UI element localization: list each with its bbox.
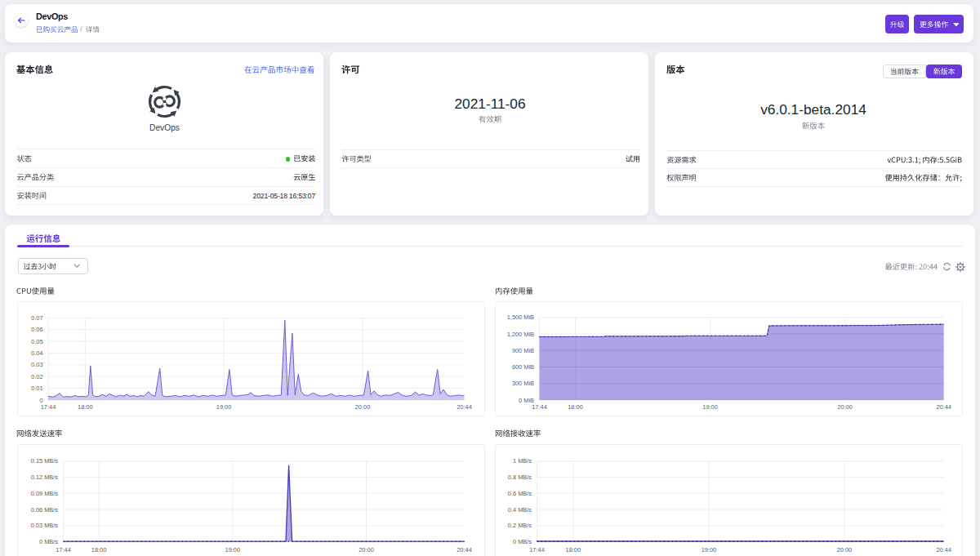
svg-text:20:44: 20:44 — [457, 546, 472, 554]
svg-text:20:00: 20:00 — [359, 546, 374, 554]
svg-text:0.03 MB/s: 0.03 MB/s — [31, 522, 59, 529]
svg-text:0.15 MB/s: 0.15 MB/s — [31, 457, 59, 465]
svg-text:1 MB/s: 1 MB/s — [513, 457, 532, 465]
svg-text:20:00: 20:00 — [837, 546, 853, 554]
svg-text:20:44: 20:44 — [936, 546, 951, 554]
svg-text:17:44: 17:44 — [56, 546, 71, 554]
svg-text:0.06: 0.06 — [31, 326, 42, 333]
svg-text:19:00: 19:00 — [216, 403, 232, 411]
svg-text:900 MiB: 900 MiB — [512, 346, 534, 354]
svg-text:19:00: 19:00 — [225, 546, 241, 554]
svg-text:1,500 MiB: 1,500 MiB — [507, 314, 534, 321]
svg-text:0.09 MB/s: 0.09 MB/s — [31, 489, 59, 496]
svg-text:20:44: 20:44 — [457, 403, 472, 411]
svg-text:1,200 MiB: 1,200 MiB — [507, 330, 534, 337]
svg-text:20:00: 20:00 — [355, 403, 371, 411]
svg-text:20:44: 20:44 — [936, 403, 951, 411]
svg-text:0.03: 0.03 — [31, 361, 42, 368]
svg-text:0.6 MB/s: 0.6 MB/s — [508, 489, 532, 496]
svg-text:0 MB/s: 0 MB/s — [39, 538, 58, 545]
svg-text:0.04: 0.04 — [31, 349, 42, 357]
svg-text:0.01: 0.01 — [31, 385, 42, 392]
svg-text:0.06 MB/s: 0.06 MB/s — [31, 505, 59, 513]
svg-text:17:44: 17:44 — [532, 403, 547, 411]
svg-text:18:00: 18:00 — [78, 403, 93, 411]
svg-text:600 MiB: 600 MiB — [512, 363, 534, 371]
svg-text:20:00: 20:00 — [837, 403, 853, 411]
svg-text:19:00: 19:00 — [702, 403, 718, 411]
svg-text:17:44: 17:44 — [41, 403, 56, 411]
svg-text:0.2 MB/s: 0.2 MB/s — [508, 522, 532, 529]
svg-text:17:44: 17:44 — [529, 546, 545, 554]
svg-text:0.02: 0.02 — [31, 372, 42, 380]
svg-text:19:00: 19:00 — [702, 546, 717, 554]
svg-text:18:00: 18:00 — [91, 546, 107, 554]
svg-text:0 MB/s: 0 MB/s — [513, 538, 532, 545]
svg-text:18:00: 18:00 — [568, 403, 583, 411]
svg-text:0.8 MB/s: 0.8 MB/s — [508, 474, 532, 481]
svg-text:0.05: 0.05 — [31, 337, 42, 345]
svg-text:0.4 MB/s: 0.4 MB/s — [508, 505, 532, 513]
svg-text:300 MiB: 300 MiB — [512, 380, 534, 387]
svg-text:0.12 MB/s: 0.12 MB/s — [31, 474, 59, 481]
svg-text:0.07: 0.07 — [31, 314, 42, 321]
svg-text:18:00: 18:00 — [566, 546, 581, 554]
